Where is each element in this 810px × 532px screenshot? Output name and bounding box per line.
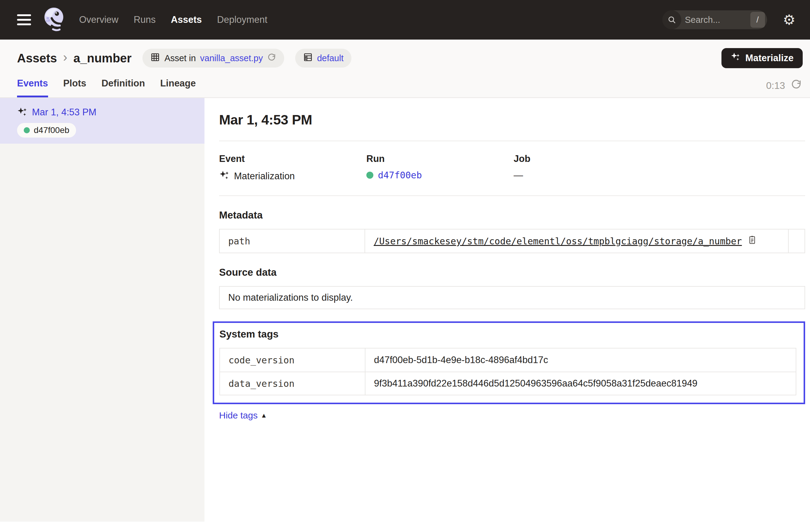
group-name-link[interactable]: default — [317, 53, 343, 63]
breadcrumb-asset-name: a_number — [73, 51, 131, 65]
system-tag-key: data_version — [220, 372, 366, 395]
table-row: code_version d47f00eb-5d1b-4e9e-b18c-489… — [220, 349, 796, 372]
run-id-link[interactable]: d47f00eb — [378, 170, 422, 180]
materialize-button[interactable]: Materialize — [722, 48, 803, 68]
metadata-path-link[interactable]: /Users/smackesey/stm/code/elementl/oss/t… — [374, 236, 742, 246]
table-row: data_version 9f3b411a390fd22e158d446d5d1… — [220, 372, 796, 395]
breadcrumb-assets-link[interactable]: Assets — [17, 51, 57, 65]
top-nav: Overview Runs Assets Deployment / ⚙ — [0, 0, 810, 39]
metadata-table: path /Users/smackesey/stm/code/elementl/… — [219, 229, 805, 253]
breadcrumb: Assets › a_number — [17, 50, 131, 66]
sparkle-icon — [731, 52, 740, 64]
event-detail-panel: Mar 1, 4:53 PM Event Materialization — [205, 98, 810, 522]
event-column-label: Event — [219, 154, 366, 164]
source-data-heading: Source data — [219, 267, 805, 278]
system-tag-value: 9f3b411a390fd22e158d446d5d12504963596aa6… — [374, 378, 697, 389]
group-badge[interactable]: default — [295, 49, 352, 68]
hide-tags-label: Hide tags — [219, 410, 258, 421]
materialize-label: Materialize — [745, 53, 794, 64]
system-tags-heading: System tags — [220, 328, 796, 340]
event-list-item[interactable]: Mar 1, 4:53 PM d47f00eb — [0, 98, 205, 144]
materialization-sparkle-icon — [17, 107, 27, 118]
nav-item-overview[interactable]: Overview — [79, 14, 118, 25]
refresh-countdown: 0:13 — [766, 80, 785, 91]
events-sidebar: Mar 1, 4:53 PM d47f00eb — [0, 98, 205, 522]
page-header: Assets › a_number Asset in vanilla_asset… — [0, 39, 810, 98]
asset-grid-icon — [150, 52, 160, 64]
system-tags-table: code_version d47f00eb-5d1b-4e9e-b18c-489… — [220, 348, 796, 396]
metadata-heading: Metadata — [219, 209, 805, 221]
asset-file-link[interactable]: vanilla_asset.py — [200, 53, 263, 63]
divider — [219, 141, 805, 141]
search-input[interactable] — [681, 15, 750, 25]
tab-plots[interactable]: Plots — [63, 78, 86, 97]
event-timestamp-link[interactable]: Mar 1, 4:53 PM — [32, 107, 96, 118]
refresh-icon[interactable] — [791, 79, 802, 93]
search-box[interactable]: / — [662, 10, 767, 29]
table-row: path /Users/smackesey/stm/code/elementl/… — [220, 229, 805, 253]
asset-definition-badge[interactable]: Asset in vanilla_asset.py — [142, 49, 284, 68]
event-type-sparkle-icon — [219, 170, 229, 182]
run-column-label: Run — [366, 154, 514, 164]
run-status-dot — [24, 127, 30, 133]
copy-icon[interactable] — [747, 235, 757, 247]
asset-badge-prefix: Asset in — [164, 53, 196, 63]
reload-code-location-icon[interactable] — [267, 53, 276, 64]
nav-links: Overview Runs Assets Deployment — [79, 14, 268, 25]
caret-up-icon: ▲ — [261, 412, 267, 419]
dagster-logo-icon[interactable] — [43, 7, 65, 33]
system-tag-key: code_version — [220, 349, 366, 372]
group-grid-icon — [303, 52, 313, 64]
settings-gear-icon[interactable]: ⚙ — [783, 13, 795, 27]
job-empty-value: — — [514, 170, 523, 181]
run-badge[interactable]: d47f00eb — [17, 123, 76, 138]
nav-item-runs[interactable]: Runs — [133, 14, 156, 25]
nav-item-assets[interactable]: Assets — [171, 14, 202, 25]
search-shortcut-badge: / — [750, 12, 765, 28]
chevron-right-icon: › — [62, 50, 68, 66]
run-status-dot — [366, 172, 373, 179]
system-tags-highlighted-section: System tags code_version d47f00eb-5d1b-4… — [213, 321, 805, 404]
source-data-empty-message: No materializations to display. — [219, 286, 805, 309]
tab-definition[interactable]: Definition — [101, 78, 145, 97]
job-column-label: Job — [514, 154, 661, 164]
tab-lineage[interactable]: Lineage — [160, 78, 196, 97]
event-type-value: Materialization — [234, 171, 295, 182]
tab-events[interactable]: Events — [17, 78, 48, 97]
search-icon — [662, 10, 681, 29]
nav-item-deployment[interactable]: Deployment — [217, 14, 267, 25]
event-title: Mar 1, 4:53 PM — [219, 112, 805, 128]
hamburger-menu-button[interactable] — [17, 14, 31, 25]
system-tag-value: d47f00eb-5d1b-4e9e-b18c-4896af4bd17c — [374, 355, 548, 366]
run-badge-id: d47f00eb — [34, 125, 69, 135]
metadata-action-cell — [788, 229, 805, 253]
divider — [219, 195, 805, 196]
tabs-bar: Events Plots Definition Lineage 0:13 — [0, 69, 810, 98]
hide-tags-link[interactable]: Hide tags ▲ — [219, 410, 267, 421]
metadata-key: path — [220, 229, 365, 253]
